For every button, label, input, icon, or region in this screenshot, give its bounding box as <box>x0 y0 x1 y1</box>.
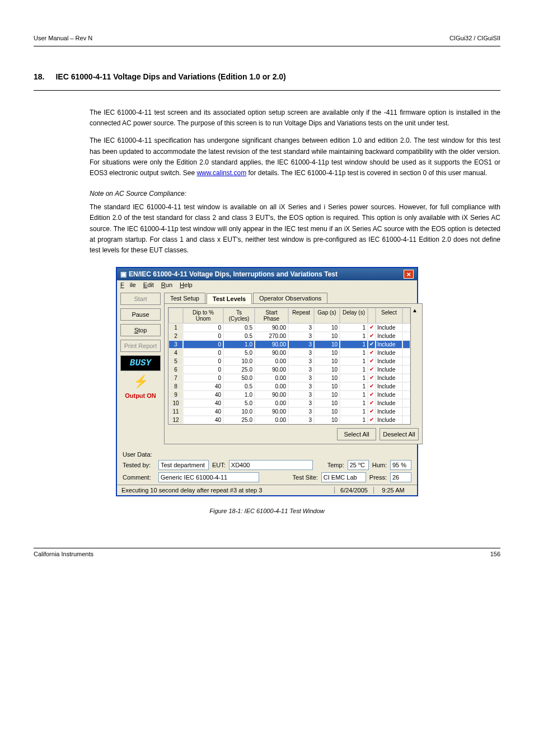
table-row[interactable]: 7050.00.003101✔Include <box>168 374 410 382</box>
hum-input[interactable] <box>390 460 411 470</box>
press-input[interactable] <box>390 472 411 482</box>
table-row[interactable]: 8400.50.003101✔Include <box>168 382 410 391</box>
table-row[interactable]: 405.090.003101✔Include <box>168 349 410 357</box>
paragraph-1: The IEC 61000-4-11 test screen and its a… <box>90 107 500 129</box>
status-date: 6/24/2005 <box>334 487 373 494</box>
figure-caption: Figure 18-1: IEC 61000-4-11 Test Window <box>34 508 500 514</box>
column-header[interactable]: Gap (s) <box>314 308 340 323</box>
start-button[interactable]: Start <box>120 293 161 305</box>
table-row[interactable]: 124025.00.003101✔Include <box>168 416 410 424</box>
column-header[interactable]: Repeat <box>288 308 314 323</box>
include-checkbox[interactable]: ✔ <box>368 391 376 399</box>
table-row[interactable]: 6025.090.003101✔Include <box>168 365 410 374</box>
app-icon: ▣ <box>120 270 127 278</box>
close-icon[interactable]: ✕ <box>404 270 414 279</box>
column-header[interactable] <box>168 308 183 323</box>
pause-button[interactable]: Pause <box>120 308 161 321</box>
temp-label: Temp: <box>327 462 344 468</box>
section-number: 18. <box>34 72 44 81</box>
header-left: User Manual – Rev N <box>34 35 92 41</box>
menu-help[interactable]: Help <box>180 281 193 288</box>
include-checkbox[interactable]: ✔ <box>368 323 376 332</box>
eut-input[interactable] <box>229 460 313 470</box>
column-header[interactable]: Select <box>376 308 402 323</box>
include-checkbox[interactable]: ✔ <box>368 382 376 391</box>
eut-label: EUT: <box>212 462 226 468</box>
output-on-label: Output ON <box>125 392 156 399</box>
include-checkbox[interactable]: ✔ <box>368 407 376 416</box>
include-checkbox[interactable]: ✔ <box>368 332 376 340</box>
print-report-button[interactable]: Print Report <box>120 340 161 352</box>
page-number: 156 <box>490 551 500 557</box>
column-header[interactable]: Ts (Cycles) <box>223 308 255 323</box>
table-row[interactable]: 301.090.003101✔Include <box>168 340 410 349</box>
testsite-label: Test Site: <box>293 474 318 481</box>
include-checkbox[interactable]: ✔ <box>368 349 376 357</box>
menu-run[interactable]: Run <box>161 281 172 288</box>
column-header[interactable] <box>402 308 410 323</box>
busy-indicator: BUSY <box>120 355 161 371</box>
title-bar[interactable]: ▣ EN/IEC 61000-4-11 Voltage Dips, Interr… <box>117 268 417 280</box>
stop-button[interactable]: Stop <box>120 324 161 336</box>
status-text: Executing 10 second delay after repeat #… <box>121 487 334 494</box>
comment-input[interactable] <box>158 472 259 482</box>
include-checkbox[interactable]: ✔ <box>368 340 376 349</box>
paragraph-2: The IEC 61000-4-11 specification has und… <box>90 135 500 179</box>
status-time: 9:25 AM <box>373 487 413 494</box>
menu-bar: File Edit Run Help <box>117 280 417 289</box>
temp-input[interactable] <box>348 460 369 470</box>
tab-test-setup[interactable]: Test Setup <box>164 293 205 303</box>
section-title: IEC 61000-4-11 Voltage Dips and Variatio… <box>55 72 285 81</box>
paragraph-3: The standard IEC 61000-4-11 test window … <box>90 202 500 256</box>
testsite-input[interactable] <box>321 472 366 482</box>
press-label: Press: <box>369 474 387 481</box>
include-checkbox[interactable]: ✔ <box>368 416 376 424</box>
comment-label: Comment: <box>123 474 155 481</box>
footer-left: California Instruments <box>34 551 93 557</box>
deselect-all-button[interactable]: Deselect All <box>380 428 419 440</box>
select-all-button[interactable]: Select All <box>337 428 376 440</box>
table-row[interactable]: 10405.00.003101✔Include <box>168 399 410 407</box>
column-header[interactable]: Delay (s) <box>340 308 368 323</box>
tab-test-levels[interactable]: Test Levels <box>207 293 252 304</box>
table-row[interactable]: 9401.090.003101✔Include <box>168 391 410 399</box>
table-row[interactable]: 100.590.003101✔Include <box>168 323 410 332</box>
table-row[interactable]: 5010.00.003101✔Include <box>168 357 410 365</box>
dialog-window: ▣ EN/IEC 61000-4-11 Voltage Dips, Interr… <box>116 267 418 496</box>
tested-by-label: Tested by: <box>123 462 155 468</box>
column-header[interactable]: Dip to % Unom <box>183 308 223 323</box>
compliance-heading: Note on AC Source Compliance: <box>90 190 500 198</box>
test-levels-grid[interactable]: Dip to % UnomTs (Cycles)Start PhaseRepea… <box>168 307 411 425</box>
tested-by-input[interactable] <box>158 460 209 470</box>
grid-scrollbar[interactable]: ▲ <box>411 307 419 425</box>
include-checkbox[interactable]: ✔ <box>368 357 376 365</box>
table-row[interactable]: 200.5270.003101✔Include <box>168 332 410 340</box>
column-header[interactable]: Start Phase <box>255 308 288 323</box>
menu-edit[interactable]: Edit <box>143 281 154 288</box>
include-checkbox[interactable]: ✔ <box>368 374 376 382</box>
include-checkbox[interactable]: ✔ <box>368 365 376 374</box>
calinst-link[interactable]: www.calinst.com <box>196 169 246 177</box>
column-header[interactable] <box>368 308 376 323</box>
hum-label: Hum: <box>372 462 387 468</box>
tab-operator-observations[interactable]: Operator Observations <box>253 293 327 303</box>
header-right: CIGui32 / CIGuiSII <box>449 35 500 41</box>
include-checkbox[interactable]: ✔ <box>368 399 376 407</box>
menu-file[interactable]: File <box>120 281 136 288</box>
bolt-icon: ⚡ <box>133 374 148 389</box>
window-title: EN/IEC 61000-4-11 Voltage Dips, Interrup… <box>129 270 338 278</box>
user-data-label: User Data: <box>123 451 411 458</box>
table-row[interactable]: 114010.090.003101✔Include <box>168 407 410 416</box>
